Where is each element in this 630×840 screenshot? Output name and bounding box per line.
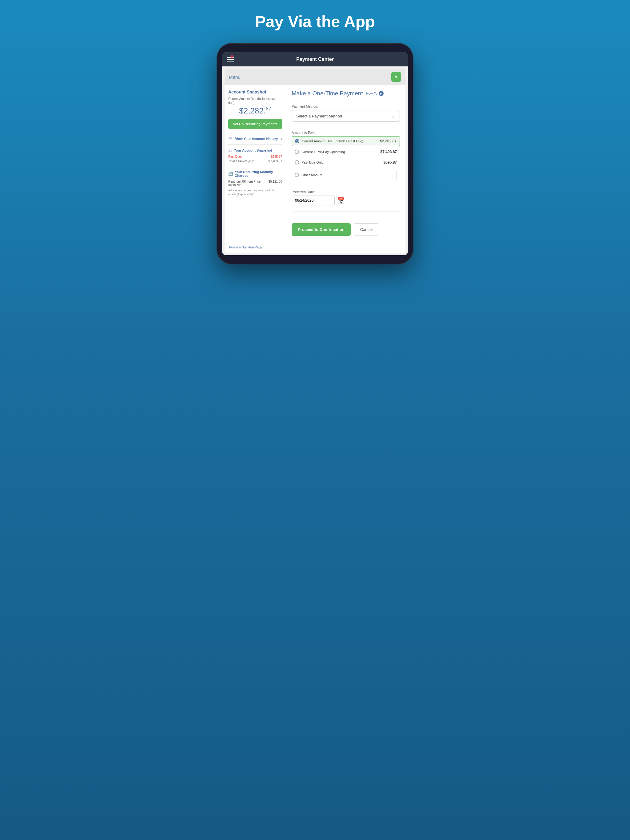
total-prepay-label: Total if Pre-Paying:	[228, 159, 254, 163]
payment-method-select[interactable]: Select a Payment Method ⌄	[291, 110, 400, 122]
menu-bar: Menu ▼	[225, 69, 405, 85]
set-up-recurring-button[interactable]: Set Up Recurring Payments	[228, 119, 282, 129]
your-account-snapshot-title: Your Account Snapshot	[234, 148, 272, 152]
option-2-label: Current + Pre-Pay Upcoming	[301, 150, 345, 154]
footer: Powered by RealPage	[225, 241, 405, 253]
action-buttons: Proceed to Confirmation Cancel	[291, 218, 400, 236]
amount-display: $2,282.87	[228, 106, 282, 115]
app-header-title: Payment Center	[296, 57, 334, 62]
other-amount-input[interactable]	[354, 171, 397, 179]
payment-title-row: Make a One-Time Payment How-To ▶	[291, 90, 400, 100]
past-due-value: $695.87	[271, 155, 282, 158]
recurring-monthly-title: Your Recurring Monthly Charges	[235, 170, 282, 177]
powered-by-link[interactable]: Powered by RealPage	[229, 245, 263, 249]
amount-option-2[interactable]: Current + Pre-Pay Upcoming $7,403.87	[291, 147, 400, 156]
radio-3	[295, 160, 299, 164]
main-content: Make a One-Time Payment How-To ▶ Payment…	[286, 85, 405, 241]
select-chevron-icon: ⌄	[392, 114, 395, 118]
option-1-amount: $2,282.87	[380, 139, 397, 143]
date-section: Preferred Date: 📅	[291, 190, 400, 205]
view-account-history-link[interactable]: ☰ View Your Account History ›	[228, 133, 282, 145]
divider-3	[291, 212, 400, 212]
snapshot-icon: 🗂	[228, 148, 232, 153]
amount-dollars: $2,282	[239, 106, 264, 115]
amount-option-1[interactable]: Current Amount Due (Includes Past Due) $…	[291, 136, 400, 146]
payment-method-label: Payment Method:	[291, 104, 400, 108]
hamburger-icon[interactable]	[227, 57, 234, 62]
date-input-row: 📅	[291, 196, 400, 205]
menu-dropdown-button[interactable]: ▼	[391, 72, 401, 82]
option-3-amount: $695.87	[384, 160, 397, 164]
menu-label: Menu	[229, 74, 241, 80]
your-account-snapshot-header: 🗂 Your Account Snapshot	[228, 148, 282, 153]
device-frame: Payment Center Menu ▼ Account Snapshot C…	[217, 43, 413, 264]
recurring-icon: 🔄	[228, 172, 233, 176]
how-to-label: How-To	[366, 92, 377, 95]
notification-dot	[231, 55, 233, 58]
rent-charge-row: Rent, unit 06 from Price optimizer $5,12…	[228, 180, 282, 186]
content-area: Account Snapshot Current Amount Due (Inc…	[225, 85, 405, 241]
option-3-label: Past Due Only	[301, 161, 323, 164]
device-screen: Payment Center Menu ▼ Account Snapshot C…	[222, 52, 408, 255]
rent-label: Rent, unit 06 from Price optimizer	[228, 180, 269, 186]
view-history-label: View Your Account History	[235, 137, 278, 141]
preferred-date-input[interactable]	[291, 196, 335, 205]
current-amount-label: Current Amount Due (Includes past due)	[228, 97, 282, 105]
option-1-label: Current Amount Due (Includes Past Due)	[302, 139, 363, 143]
recurring-monthly-header: 🔄 Your Recurring Monthly Charges	[228, 170, 282, 177]
amount-cents: 87	[266, 106, 271, 111]
radio-2	[295, 150, 299, 154]
total-prepay-value: $7,403.87	[269, 159, 282, 163]
history-icon: ☰	[228, 136, 232, 141]
calendar-icon[interactable]: 📅	[337, 197, 345, 204]
additional-charges-note: Additional charges may vary month to mon…	[228, 188, 282, 196]
radio-1	[295, 139, 299, 143]
how-to-link[interactable]: How-To ▶	[366, 91, 384, 96]
account-snapshot-section: 🗂 Your Account Snapshot Past Due: $695.8…	[228, 148, 282, 163]
rent-value: $5,121.00	[269, 180, 282, 186]
option-4-label: Other Amount	[301, 173, 322, 177]
radio-4	[295, 173, 299, 177]
recurring-monthly-section: 🔄 Your Recurring Monthly Charges Rent, u…	[228, 167, 282, 196]
sidebar: Account Snapshot Current Amount Due (Inc…	[225, 85, 286, 241]
amount-option-3[interactable]: Past Due Only $695.87	[291, 158, 400, 167]
amount-option-4[interactable]: Other Amount	[291, 168, 400, 182]
proceed-to-confirmation-button[interactable]: Proceed to Confirmation	[291, 223, 351, 236]
page-title: Pay Via the App	[255, 12, 375, 31]
payment-title: Make a One-Time Payment	[291, 90, 363, 97]
cancel-button[interactable]: Cancel	[354, 223, 379, 236]
option-2-amount: $7,403.87	[380, 150, 397, 154]
preferred-date-label: Preferred Date:	[291, 190, 400, 194]
app-body: Menu ▼ Account Snapshot Current Amount D…	[225, 69, 405, 253]
amount-options-section: Current Amount Due (Includes Past Due) $…	[291, 136, 400, 182]
app-header: Payment Center	[222, 52, 408, 66]
divider-2	[291, 186, 400, 186]
account-snapshot-title: Account Snapshot	[228, 90, 282, 95]
past-due-label: Past Due:	[228, 155, 242, 158]
payment-method-placeholder: Select a Payment Method	[296, 114, 342, 118]
total-prepay-row: Total if Pre-Paying: $7,403.87	[228, 159, 282, 163]
play-icon: ▶	[379, 91, 384, 96]
past-due-row: Past Due: $695.87	[228, 155, 282, 158]
amount-to-pay-label: Amount to Pay:	[291, 131, 400, 134]
history-chevron-icon: ›	[280, 136, 282, 141]
